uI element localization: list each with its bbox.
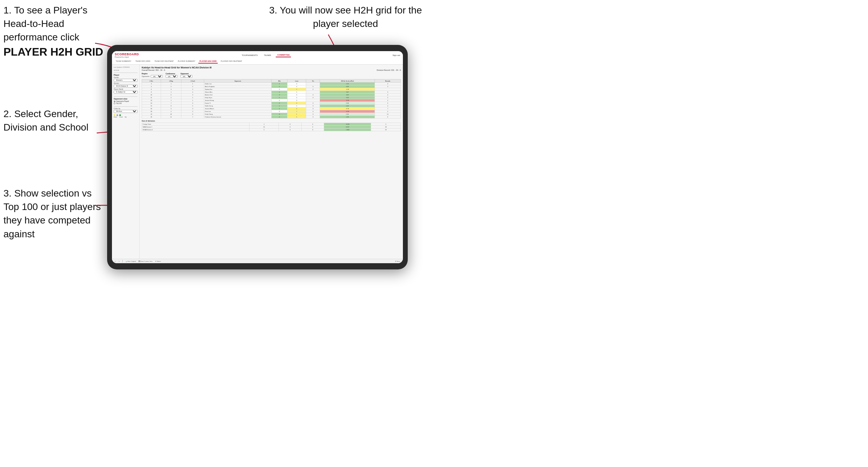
- nav-sub: TEAM SUMMARY TEAM H2H GRID TEAM H2H HEAT…: [115, 59, 400, 64]
- th-win: Win: [272, 79, 287, 83]
- division-record: Division Record: 331 - 34 - 6: [377, 69, 401, 71]
- th-loss: Loss: [287, 79, 306, 83]
- toolbar-left: ↩ ↪ 📊 View: Original 💾 Save Custom View …: [114, 260, 161, 263]
- bottom-toolbar: ↩ ↪ 📊 View: Original 💾 Save Custom View …: [112, 259, 403, 263]
- sub-team-h2h[interactable]: TEAM H2H GRID: [134, 59, 151, 64]
- toolbar-redo[interactable]: ↪: [118, 260, 120, 263]
- filter-conference-select[interactable]: (All): [166, 75, 178, 78]
- toolbar-sep1: [122, 260, 123, 263]
- instruction-step2: 2. Select Gender, Division and School: [3, 107, 100, 134]
- table-row: 14 7 4 Eunice Yi 2 2 0 0.38 9: [142, 102, 401, 105]
- colour-by-label: Colour by: [114, 108, 138, 109]
- instruction-step1: 1. To see a Player's Head-to-Head perfor…: [3, 3, 114, 59]
- th-tie: Tie: [306, 79, 320, 83]
- h2h-table: # Div # Reg # Conf Opponent Win Loss Tie…: [142, 79, 401, 118]
- colour-by-select[interactable]: Win/loss: [114, 110, 138, 113]
- sub-player-summary[interactable]: PLAYER SUMMARY: [177, 59, 196, 64]
- table-row: 18 2 2 Euna Lee 0 7 0 -5.00 2: [142, 110, 401, 113]
- sub-team-heatmap[interactable]: TEAM H2H HEATMAP: [153, 59, 175, 64]
- filter-section: Region Opponents: (All) Conference (All): [142, 73, 401, 78]
- nav-sign-out: Sign out: [393, 54, 400, 56]
- ood-table-row: NAIA Division 1 15 0 0 9.267 30: [142, 126, 401, 128]
- opponent-view-title: Opponent view: [114, 98, 138, 100]
- ipad-screen: SCOREBOARD Powered by clippd TOURNAMENTS…: [112, 51, 403, 263]
- toolbar-undo[interactable]: ↩: [114, 260, 116, 263]
- radio-dot-top100: [114, 103, 115, 104]
- table-row: 6 3 3 Sydney Kuo 0 1 0 -1.00: [142, 88, 401, 91]
- th-reg: # Reg: [161, 79, 181, 83]
- sidebar-updated: Last Updated: 27/03/2024: [114, 66, 138, 68]
- th-rounds: Rounds: [375, 79, 401, 83]
- out-of-division-table: Foreign Team 1 0 0 4.500 2 NAIA Division…: [142, 123, 401, 131]
- ood-table-row: Foreign Team 1 0 0 4.500 2: [142, 123, 401, 126]
- sidebar-player-section: Player Gender Women's Division NCAA Divi…: [114, 74, 138, 94]
- th-conf: # Conf: [181, 79, 204, 83]
- sidebar-gender-select[interactable]: Women's: [114, 79, 138, 82]
- legend-labels: Down Level Up: [114, 116, 138, 118]
- ood-table-row: NCAA Division 2 5 0 0 7.400 10: [142, 128, 401, 131]
- sidebar-player-rank-label: Player (Rank): [114, 88, 138, 90]
- sidebar-player-select[interactable]: 8. Katelyn Vo: [114, 90, 138, 94]
- table-row: 15 8 5 Stella Cheng 1 0 0 1.25 4: [142, 105, 401, 107]
- filter-opponents-select[interactable]: (All): [151, 75, 163, 78]
- scoreboard-logo: SCOREBOARD Powered by clippd: [115, 53, 139, 58]
- toolbar-watch[interactable]: 👁 Watch: [154, 260, 161, 263]
- nav-committee[interactable]: COMMITTEE: [276, 53, 291, 57]
- table-row: 5 2 2 Alexis Sudjianto 1 0 0 4.00 3: [142, 85, 401, 88]
- records-row: Overall Record: 353 - 34 - 6 Division Re…: [142, 69, 401, 71]
- table-row: 11 2 5 Heejo Hyun 1 0 0 3.33 3: [142, 96, 401, 99]
- overall-record: Overall Record: 353 - 34 - 6: [142, 69, 165, 71]
- instruction-step3-right: 3. You will now see H2H grid for the pla…: [263, 3, 428, 30]
- h2h-title: Katelyn Vo Head-to-Head Grid for Women's…: [142, 66, 401, 69]
- main-content: Last Updated: 27/03/2024 16:55:38 Player…: [112, 65, 403, 259]
- out-of-division-header: Out of division: [142, 120, 401, 122]
- logo-subtitle: Powered by clippd: [115, 56, 139, 58]
- radio-opponents-played[interactable]: Opponents Played: [114, 101, 138, 102]
- table-row: 9 1 4 Sharon Mun 1 0 3.67 3: [142, 91, 401, 94]
- sidebar-gender-label: Gender: [114, 77, 138, 78]
- filter-conference: Conference (All): [166, 73, 178, 78]
- th-opponent: Opponent: [204, 79, 272, 83]
- table-row: 10 6 3 Andrea York 2 0 0 4.00 4: [142, 94, 401, 96]
- sidebar-division-label: Division: [114, 83, 138, 84]
- sidebar-opponent-section: Opponent view Opponents Played Top 100: [114, 98, 138, 104]
- content-area: Katelyn Vo Head-to-Head Grid for Women's…: [140, 65, 403, 259]
- ipad-frame: SCOREBOARD Powered by clippd TOURNAMENTS…: [107, 45, 408, 269]
- nav-top: SCOREBOARD Powered by clippd TOURNAMENTS…: [115, 53, 400, 59]
- th-div: # Div: [142, 79, 161, 83]
- table-row: 19 10 6 Emily Chang 4 1 0 0.30 11: [142, 113, 401, 116]
- sidebar: Last Updated: 27/03/2024 16:55:38 Player…: [112, 65, 140, 259]
- sidebar-player-label: Player: [114, 74, 138, 76]
- sub-team-summary[interactable]: TEAM SUMMARY: [115, 59, 132, 64]
- table-row: 16 3 3 Jessica Mason 1 2 0 -0.94 7: [142, 107, 401, 110]
- nav-teams[interactable]: TEAMS: [263, 54, 273, 57]
- sub-player-heatmap[interactable]: PLAYER H2H HEATMAP: [220, 59, 243, 64]
- filter-opponent: Opponent (All): [180, 73, 192, 78]
- nav-links: TOURNAMENTS TEAMS COMMITTEE: [240, 53, 291, 57]
- logo-title: SCOREBOARD: [115, 53, 139, 56]
- filter-opponent-select[interactable]: (All): [180, 75, 192, 78]
- table-row: 20 11 7 Federica Domecq Lacroze 2 1 0 1.…: [142, 116, 401, 118]
- table-header-row: # Div # Reg # Conf Opponent Win Loss Tie…: [142, 79, 401, 83]
- instruction-step3-left: 3. Show selection vs Top 100 or just pla…: [3, 187, 105, 241]
- radio-dot-opponents: [114, 101, 115, 102]
- th-diff: Diff Av Strokes/Rnd: [320, 79, 375, 83]
- toolbar-view[interactable]: 📊 View: Original: [125, 260, 137, 263]
- table-row: 13 1 1 Jessica Huang 0 0 -3.00 2: [142, 99, 401, 102]
- filter-region: Region Opponents: (All): [142, 73, 163, 78]
- sidebar-updated-time: 16:55:38: [114, 69, 138, 71]
- table-row: 3 1 1 Esther Lee 1 0 1.50 4: [142, 83, 401, 85]
- colour-section: Colour by Win/loss Down Level Up: [114, 108, 138, 118]
- toolbar-save[interactable]: 💾 Save Custom View: [138, 260, 153, 263]
- radio-top100[interactable]: Top 100: [114, 103, 138, 104]
- sidebar-division-select[interactable]: NCAA Division III: [114, 85, 138, 88]
- sub-player-h2h[interactable]: PLAYER H2H GRID: [198, 59, 218, 64]
- toolbar-share[interactable]: ⬆ Share: [394, 260, 401, 263]
- nav-tournaments[interactable]: TOURNAMENTS: [240, 54, 259, 57]
- nav-bar: SCOREBOARD Powered by clippd TOURNAMENTS…: [112, 51, 403, 65]
- toolbar-right: ⬆ Share: [394, 260, 401, 263]
